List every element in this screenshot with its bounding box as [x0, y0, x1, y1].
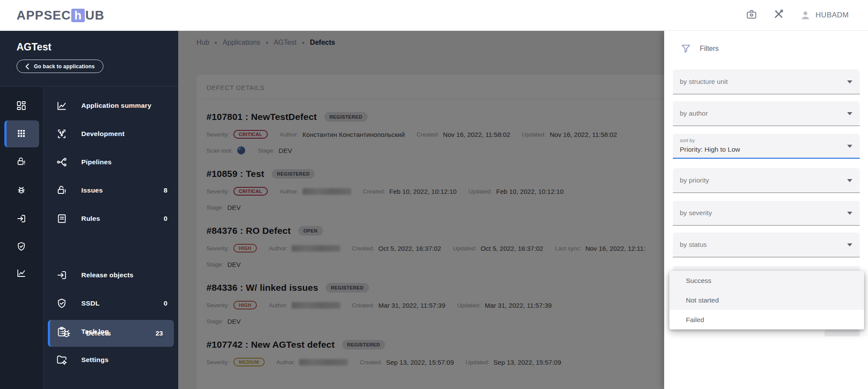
sidebar-item-settings[interactable]: Settings [43, 346, 178, 374]
shield-check-icon[interactable] [11, 236, 32, 257]
sidebar-item-pipelines[interactable]: Pipelines [43, 148, 178, 176]
app-name: AGTest [17, 41, 178, 53]
filter-select-severity[interactable]: by severity [673, 201, 860, 226]
count-badge: 0 [163, 299, 167, 307]
chevron-down-icon [847, 145, 852, 148]
sidebar-body: Application summary Development P [0, 87, 178, 389]
bug-icon[interactable] [11, 180, 32, 200]
status-dropdown-menu: Success Not started Failed [669, 271, 864, 329]
filter-select-status[interactable]: by status [673, 233, 860, 257]
tools-icon[interactable] [773, 9, 784, 22]
sidebar-item-task-log[interactable]: Task log [43, 318, 178, 346]
sidebar-app-header: AGTest Go back to applications [0, 31, 178, 86]
sidebar-item-issues[interactable]: Issues 8 [43, 176, 178, 204]
menu-item-not-started[interactable]: Not started [669, 290, 864, 310]
chevron-down-icon [847, 243, 852, 246]
sidebar-item-rules[interactable]: Rules 0 [43, 205, 178, 233]
filters-drawer: Filters by structure unit by author sort… [664, 31, 868, 389]
menu-item-success[interactable]: Success [669, 271, 864, 290]
back-to-applications-button[interactable]: Go back to applications [17, 60, 103, 73]
header-actions: HUBADM [746, 9, 849, 22]
chevron-down-icon [847, 179, 852, 182]
count-badge: 0 [163, 215, 167, 223]
folder-gear-icon [56, 354, 67, 366]
lock-open-icon [56, 185, 67, 196]
rules-icon [56, 213, 67, 224]
filter-select-structure-unit[interactable]: by structure unit [673, 70, 860, 94]
top-header: APPSEChUB [0, 0, 868, 31]
sidebar-menu: Application summary Development P [43, 87, 178, 389]
sidebar-item-application-summary[interactable]: Application summary [43, 92, 178, 120]
sidebar-item-ssdl[interactable]: SSDL 0 [43, 289, 178, 317]
dashboard-icon[interactable] [11, 95, 32, 116]
app-logo[interactable]: APPSEChUB [17, 8, 104, 23]
chevron-down-icon [847, 212, 852, 215]
clipboard-icon [56, 326, 67, 337]
apps-grid-icon[interactable] [11, 123, 32, 144]
filter-select-author[interactable]: by author [673, 101, 860, 126]
sort-by-value: Priority: High to Low [680, 146, 740, 153]
shield-check-icon [56, 298, 67, 309]
chevron-down-icon [847, 80, 852, 83]
branch-icon [56, 128, 67, 140]
obscured-control-fragment [825, 329, 860, 336]
appsechub-app: APPSEChUB [0, 0, 868, 389]
filters-header: Filters [680, 43, 719, 54]
chart-icon[interactable] [11, 263, 32, 283]
briefcase-icon[interactable] [746, 9, 757, 22]
chevron-down-icon [847, 112, 852, 115]
sidebar-item-development[interactable]: Development [43, 120, 178, 148]
fork-icon [56, 156, 67, 168]
chevron-left-icon [25, 63, 29, 70]
logo-h-icon: h [71, 9, 85, 22]
logo-text-suffix: UB [85, 8, 104, 23]
logo-text-prefix: APPSEC [17, 8, 71, 23]
sidebar-item-release-objects[interactable]: Release objects [43, 261, 178, 289]
filter-select-priority[interactable]: by priority [673, 168, 860, 193]
user-icon [800, 10, 811, 21]
filters-title: Filters [700, 45, 719, 53]
exit-icon [56, 269, 67, 281]
chart-icon [56, 100, 67, 111]
lock-open-icon[interactable] [11, 151, 32, 172]
sidebar: AGTest Go back to applications [0, 31, 178, 389]
exit-icon[interactable] [11, 208, 32, 229]
count-badge: 8 [163, 186, 167, 194]
username-label: HUBADM [815, 11, 849, 20]
filter-select-sort-by[interactable]: sort by Priority: High to Low [673, 134, 860, 159]
filter-funnel-icon [680, 43, 692, 54]
user-menu[interactable]: HUBADM [800, 10, 849, 21]
menu-item-failed[interactable]: Failed [669, 310, 864, 329]
icon-rail [0, 87, 43, 389]
